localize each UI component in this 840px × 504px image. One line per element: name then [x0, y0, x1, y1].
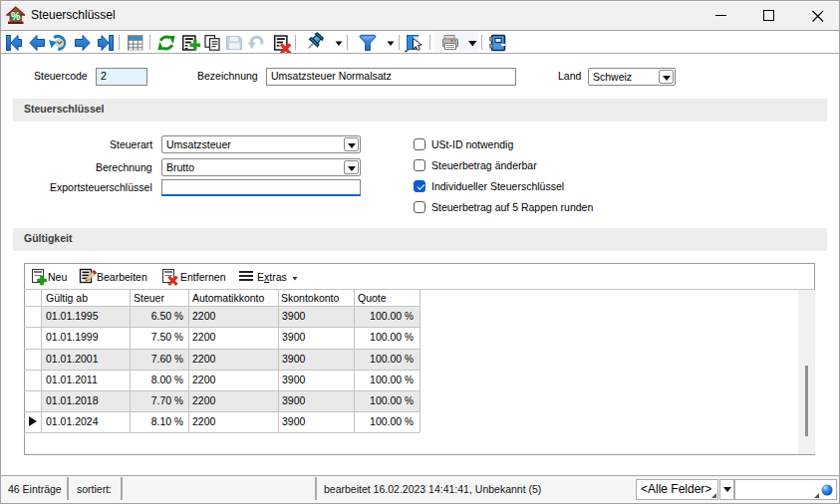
svg-text:%: %	[11, 10, 21, 22]
